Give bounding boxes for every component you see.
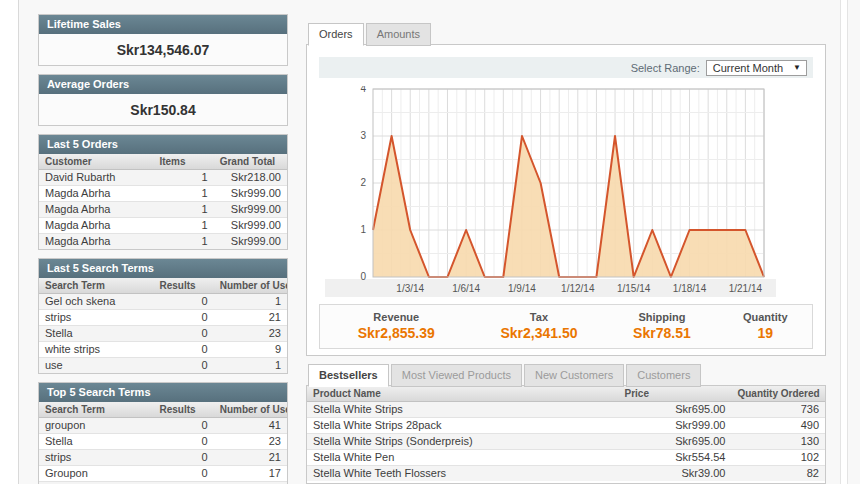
table-row[interactable]: Stella White StripsSkr695.00736 (307, 402, 825, 418)
lifetime-sales-panel: Lifetime Sales Skr134,546.07 (38, 14, 288, 66)
table-cell: 490 (731, 418, 825, 434)
table-cell: 17 (214, 466, 287, 482)
column-header-product-name: Product Name (307, 386, 619, 402)
table-cell: Stella White Strips (Sonderpreis) (307, 434, 619, 450)
last-5-search-terms-panel: Last 5 Search Terms Search TermResultsNu… (38, 258, 288, 374)
select-range-dropdown[interactable]: Current Month ▼ (706, 60, 807, 76)
table-row[interactable]: strips021 (39, 450, 287, 466)
table-row[interactable]: Gel och skena01 (39, 294, 287, 310)
svg-text:1/3/14: 1/3/14 (396, 283, 424, 294)
chevron-down-icon: ▼ (793, 63, 801, 72)
column-header-price: Price (619, 386, 732, 402)
table-cell: Gel och skena (39, 294, 153, 310)
column-header-search-term: Search Term (39, 278, 153, 294)
table-row[interactable]: strips021 (39, 310, 287, 326)
tab-customers[interactable]: Customers (626, 364, 701, 387)
table-row[interactable]: Stella White Teeth FlossersSkr39.0082 (307, 466, 825, 482)
bestsellers-table: Product NamePriceQuantity OrderedStella … (307, 386, 825, 481)
table-row[interactable]: use01 (39, 358, 287, 374)
table-cell: strips (39, 310, 153, 326)
tab-amounts[interactable]: Amounts (366, 23, 431, 46)
table-row[interactable]: Stella White PenSkr554.54102 (307, 450, 825, 466)
svg-text:2: 2 (360, 177, 366, 188)
table-cell: white strips (39, 342, 153, 358)
total-value: Skr2,341.50 (473, 325, 606, 341)
table-row[interactable]: white strips09 (39, 342, 287, 358)
svg-text:1/18/14: 1/18/14 (673, 283, 707, 294)
select-range-value: Current Month (713, 62, 783, 74)
last-5-search-terms-table: Search TermResultsNumber of UsesGel och … (39, 278, 287, 373)
column-header-results: Results (153, 402, 213, 418)
tab-new-customers[interactable]: New Customers (524, 364, 624, 387)
table-cell: Groupon (39, 466, 153, 482)
svg-text:1/12/14: 1/12/14 (561, 283, 595, 294)
average-orders-header: Average Orders (39, 75, 287, 94)
table-cell: Skr999.00 (214, 202, 287, 218)
table-cell: Skr999.00 (214, 218, 287, 234)
table-cell: Skr999.00 (214, 234, 287, 250)
table-cell: Skr999.00 (214, 186, 287, 202)
column-header-search-term: Search Term (39, 402, 153, 418)
total-label: Shipping (605, 311, 718, 323)
table-cell: Skr39.00 (619, 466, 732, 482)
reports-tab-strip: BestsellersMost Viewed ProductsNew Custo… (308, 364, 701, 387)
tab-bestsellers[interactable]: Bestsellers (308, 364, 389, 387)
table-row[interactable]: groupon041 (39, 418, 287, 434)
last-5-orders-table: CustomerItemsGrand TotalDavid Rubarth1Sk… (39, 154, 287, 249)
column-header-number-of-uses: Number of Uses (214, 278, 287, 294)
table-cell: Skr695.00 (619, 402, 732, 418)
table-row[interactable]: Magda Abrha1Skr999.00 (39, 186, 287, 202)
table-cell: 0 (153, 326, 213, 342)
total-label: Quantity (719, 311, 812, 323)
table-cell: 102 (731, 450, 825, 466)
tab-orders[interactable]: Orders (308, 23, 364, 46)
table-row[interactable]: David Rubarth1Skr218.00 (39, 170, 287, 186)
table-cell: 1 (153, 202, 213, 218)
table-cell: Magda Abrha (39, 202, 153, 218)
svg-text:4: 4 (360, 86, 366, 94)
table-row[interactable]: Magda Abrha1Skr999.00 (39, 234, 287, 250)
column-header-items: Items (153, 154, 213, 170)
table-cell: Skr695.00 (619, 434, 732, 450)
total-value: Skr2,855.39 (320, 325, 473, 341)
table-row[interactable]: Magda Abrha1Skr999.00 (39, 202, 287, 218)
table-row[interactable]: Stella023 (39, 434, 287, 450)
table-cell: Skr554.54 (619, 450, 732, 466)
average-orders-value: Skr150.84 (39, 94, 287, 125)
tab-most-viewed-products[interactable]: Most Viewed Products (391, 364, 522, 387)
table-cell: Stella White Strips 28pack (307, 418, 619, 434)
table-cell: 82 (731, 466, 825, 482)
table-cell: 1 (153, 170, 213, 186)
dashboard-sidebar: Lifetime Sales Skr134,546.07 Average Ord… (38, 14, 288, 484)
orders-chart-panel: Select Range: Current Month ▼ 012341/3/1… (306, 44, 826, 356)
table-row[interactable]: Stella White Strips (Sonderpreis)Skr695.… (307, 434, 825, 450)
table-row[interactable]: Stella White Strips 28packSkr999.00490 (307, 418, 825, 434)
svg-text:3: 3 (360, 130, 366, 141)
table-row[interactable]: Stella023 (39, 326, 287, 342)
table-cell: 23 (214, 434, 287, 450)
table-cell: 21 (214, 310, 287, 326)
svg-text:1/15/14: 1/15/14 (617, 283, 651, 294)
table-cell: 1 (153, 234, 213, 250)
table-cell: 1 (214, 294, 287, 310)
total-revenue: RevenueSkr2,855.39 (320, 311, 473, 341)
table-cell: 0 (153, 310, 213, 326)
table-cell: Stella (39, 434, 153, 450)
top-5-search-terms-panel: Top 5 Search Terms Search TermResultsNum… (38, 382, 288, 484)
table-cell: 41 (214, 418, 287, 434)
select-range-label: Select Range: (631, 62, 700, 74)
table-cell: 1 (153, 186, 213, 202)
last-5-orders-panel: Last 5 Orders CustomerItemsGrand TotalDa… (38, 134, 288, 250)
column-header-quantity-ordered: Quantity Ordered (731, 386, 825, 402)
column-header-customer: Customer (39, 154, 153, 170)
table-cell: 130 (731, 434, 825, 450)
page-left-margin (0, 0, 19, 484)
table-cell: 1 (214, 358, 287, 374)
dashboard-main: OrdersAmounts Select Range: Current Mont… (306, 0, 826, 484)
table-row[interactable]: Groupon017 (39, 466, 287, 482)
table-row[interactable]: Magda Abrha1Skr999.00 (39, 218, 287, 234)
table-cell: Skr218.00 (214, 170, 287, 186)
page-right-border (840, 0, 848, 484)
total-label: Tax (473, 311, 606, 323)
lifetime-sales-header: Lifetime Sales (39, 15, 287, 34)
